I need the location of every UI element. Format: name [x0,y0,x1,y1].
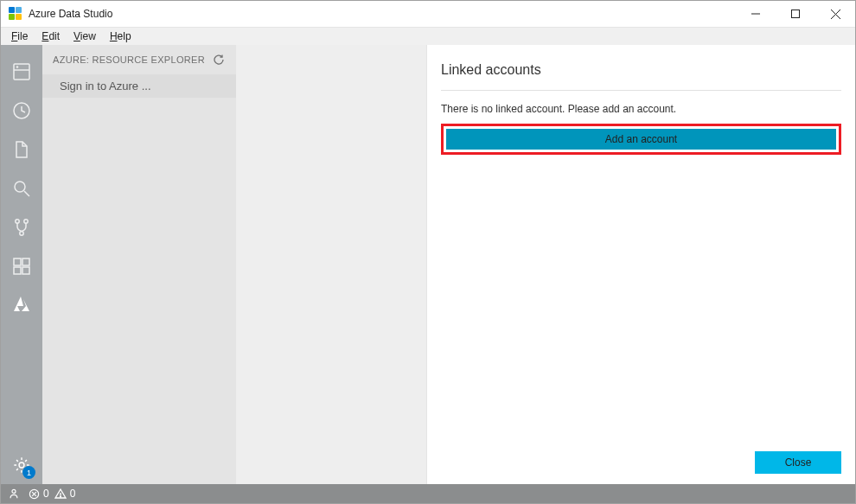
side-panel-header: AZURE: RESOURCE EXPLORER [42,45,236,74]
svg-point-12 [15,182,25,192]
status-errors[interactable]: 0 [29,488,49,500]
app-logo-icon [8,6,23,22]
task-history-icon[interactable] [1,91,42,130]
svg-rect-5 [792,10,800,18]
window-controls [736,1,855,27]
svg-line-13 [24,191,29,196]
svg-rect-19 [22,267,29,274]
editor-area [236,45,426,484]
minimize-button[interactable] [736,1,776,27]
app-body: 1 AZURE: RESOURCE EXPLORER Sign in to Az… [1,45,855,484]
title-bar: Azure Data Studio [1,1,855,27]
sign-in-azure-item[interactable]: Sign in to Azure ... [42,74,236,98]
svg-rect-2 [9,14,15,20]
side-panel-title: AZURE: RESOURCE EXPLORER [53,54,205,65]
svg-rect-8 [14,64,29,80]
menu-view[interactable]: View [67,29,103,44]
azure-icon[interactable] [1,285,42,324]
svg-point-28 [60,496,61,497]
activity-bar: 1 [1,45,42,484]
close-window-button[interactable] [815,1,855,27]
source-control-icon[interactable] [1,207,42,246]
search-icon[interactable] [1,169,42,207]
linked-accounts-message: There is no linked account. Please add a… [441,103,841,115]
svg-rect-18 [14,267,21,274]
settings-button[interactable]: 1 [1,450,42,484]
extensions-icon[interactable] [1,246,42,285]
add-account-button[interactable]: Add an account [446,129,836,150]
svg-point-21 [19,463,24,468]
refresh-icon[interactable] [212,53,226,67]
svg-point-16 [20,231,23,234]
svg-rect-1 [16,7,22,13]
svg-rect-0 [9,7,15,13]
svg-rect-3 [16,14,22,20]
maximize-button[interactable] [776,1,815,27]
status-bar: 0 0 [1,484,855,503]
svg-point-14 [16,219,19,222]
svg-point-22 [12,489,16,493]
settings-badge: 1 [22,466,35,479]
app-window: Azure Data Studio File Edit View Help [0,0,856,504]
highlight-box: Add an account [441,124,841,155]
close-panel-button[interactable]: Close [755,451,841,474]
side-panel: AZURE: RESOURCE EXPLORER Sign in to Azur… [42,45,236,484]
status-warnings-count: 0 [70,488,76,500]
window-title: Azure Data Studio [29,8,736,20]
svg-point-15 [24,219,28,222]
status-errors-count: 0 [43,488,49,500]
menu-bar: File Edit View Help [1,27,855,45]
svg-point-10 [16,66,17,67]
status-profile[interactable] [8,488,20,500]
svg-rect-20 [22,258,29,265]
svg-rect-17 [14,258,21,265]
servers-icon[interactable] [1,52,42,91]
explorer-icon[interactable] [1,130,42,169]
menu-help[interactable]: Help [103,29,138,44]
menu-edit[interactable]: Edit [35,29,67,44]
linked-accounts-title: Linked accounts [441,62,841,91]
linked-accounts-panel: Linked accounts There is no linked accou… [426,45,855,484]
status-warnings[interactable]: 0 [54,488,76,500]
menu-file[interactable]: File [4,29,35,44]
